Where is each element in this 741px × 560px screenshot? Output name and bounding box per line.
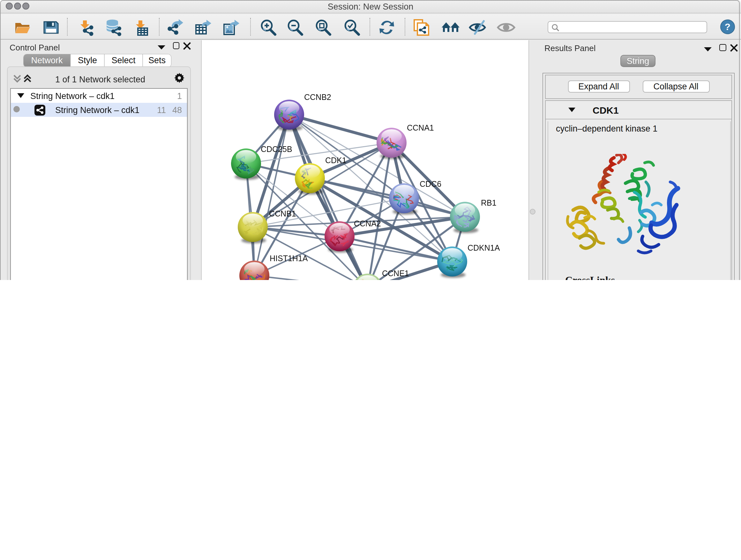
- svg-text:CCNB1: CCNB1: [269, 209, 296, 218]
- svg-text:CCNA1: CCNA1: [407, 123, 434, 132]
- svg-text:CDKN1A: CDKN1A: [467, 243, 500, 252]
- svg-text:CCNA2: CCNA2: [354, 219, 381, 228]
- svg-text:?: ?: [725, 21, 731, 32]
- svg-text:CDK1: CDK1: [325, 155, 346, 165]
- svg-text:HIST1H1A: HIST1H1A: [269, 253, 308, 262]
- svg-text:CDC6: CDC6: [419, 179, 441, 188]
- svg-text:CDC25B: CDC25B: [260, 144, 292, 153]
- svg-text:CCNE1: CCNE1: [382, 268, 409, 277]
- svg-text:RB1: RB1: [481, 198, 496, 207]
- svg-text:CCNB2: CCNB2: [304, 92, 331, 101]
